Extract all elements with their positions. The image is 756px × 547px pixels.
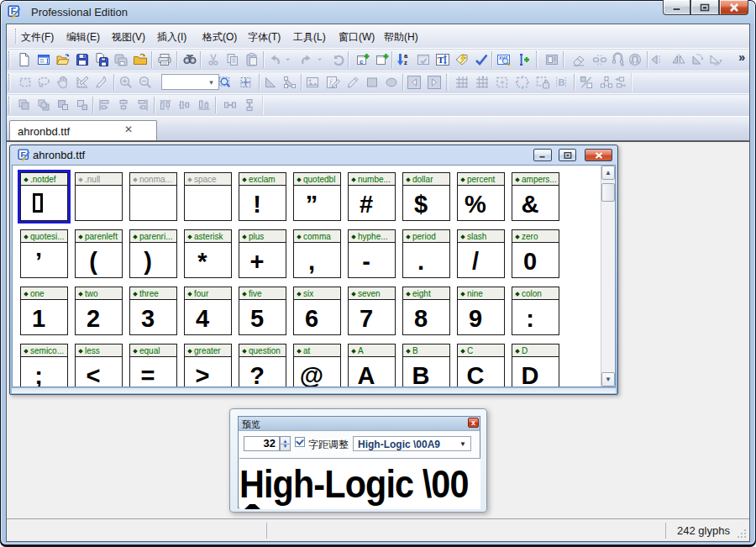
svg-text:z: z <box>404 59 407 66</box>
svg-text:B: B <box>559 77 565 87</box>
svg-text:T: T <box>438 55 444 65</box>
svg-text:c: c <box>360 58 364 66</box>
